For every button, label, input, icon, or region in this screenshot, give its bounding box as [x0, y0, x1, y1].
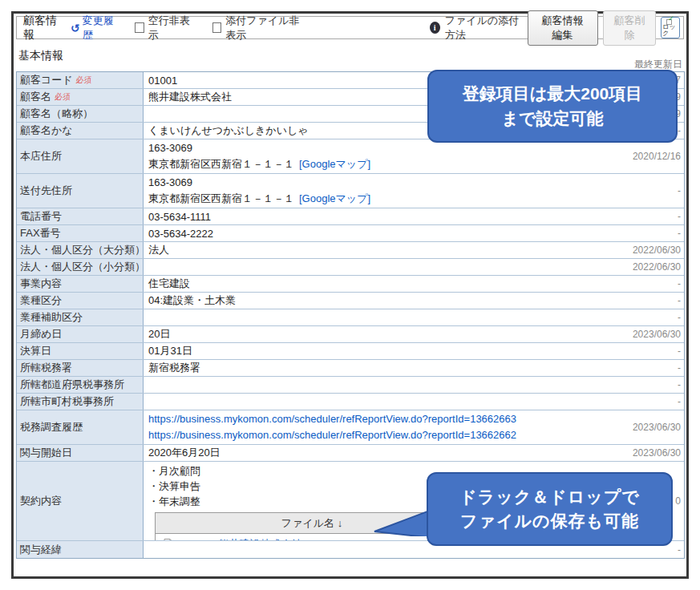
- hide-attachments-option[interactable]: 添付ファイル非表示: [212, 14, 308, 42]
- field-label: 所轄税務署: [17, 360, 144, 376]
- field-value: 03-5634-2222: [144, 225, 596, 241]
- field-value: [144, 394, 596, 410]
- file-attach-help-label: ファイルの添付方法: [445, 14, 528, 42]
- field-label: 電話番号: [17, 208, 144, 224]
- field-label: 決算日: [17, 343, 144, 359]
- screenshot-stage: 顧客情報 ↺ 変更履歴 空行非表示 添付ファイル非表示 i ファイルの添付方法 …: [0, 0, 700, 590]
- field-label: 顧客名 必須: [17, 89, 144, 105]
- table-row-fiscal-year-end: 決算日 01月31日 -: [17, 343, 684, 360]
- field-value: 04:建設業・土木業: [144, 293, 596, 309]
- table-row-municipal-tax-office: 所轄市町村税事務所 -: [17, 394, 684, 410]
- field-value: 新宿税務署: [144, 360, 596, 376]
- field-label: FAX番号: [17, 225, 144, 241]
- field-label: 月締め日: [17, 326, 144, 342]
- field-label: 契約内容: [17, 462, 144, 540]
- field-label: 送付先住所: [17, 174, 144, 208]
- hide-empty-rows-label: 空行非表示: [148, 14, 193, 42]
- field-value: 163-3069 東京都新宿区西新宿１－１－１ [Googleマップ]: [144, 139, 596, 173]
- google-map-link[interactable]: [Googleマップ]: [299, 156, 370, 172]
- address-text: 東京都新宿区西新宿１－１－１: [148, 156, 294, 172]
- field-updated: 2020/12/16: [596, 139, 684, 173]
- field-label: 事業内容: [17, 276, 144, 292]
- field-updated: -: [596, 225, 684, 241]
- field-value: 163-3069 東京都新宿区西新宿１－１－１ [Googleマップ]: [144, 174, 596, 208]
- contract-item: ・決算申告: [148, 479, 200, 494]
- address-text: 東京都新宿区西新宿１－１－１: [148, 191, 294, 207]
- field-updated: 2023/06/30: [596, 410, 684, 444]
- table-row-phone: 電話番号 03-5634-1111 -: [17, 208, 684, 225]
- field-updated: 2023/06/30: [596, 326, 684, 342]
- field-value: 住宅建設: [144, 276, 596, 292]
- delete-customer-button[interactable]: 顧客削除: [603, 10, 657, 46]
- postal-code: 163-3069: [148, 175, 192, 191]
- file-attach-help[interactable]: i ファイルの添付方法: [430, 14, 528, 42]
- section-title: 基本情報: [18, 49, 63, 63]
- lock-button-label: ロック: [662, 24, 678, 37]
- callout-max-items: 登録項目は最大200項目 まで設定可能: [427, 70, 678, 143]
- field-label: 顧客コード 必須: [17, 72, 144, 88]
- postal-code: 163-3069: [148, 140, 192, 156]
- field-label: 顧客名かな: [17, 123, 144, 139]
- field-label: 法人・個人区分（大分類）: [17, 242, 144, 258]
- field-label: 関与開始日: [17, 445, 144, 461]
- change-history-label: 変更履歴: [83, 14, 118, 42]
- table-row-business-description: 事業内容 住宅建設 -: [17, 276, 684, 293]
- field-label: 業種区分: [17, 293, 144, 309]
- report-url-link[interactable]: https://business.mykomon.com/scheduler/r…: [148, 411, 516, 427]
- field-value: 2020年6月20日: [144, 445, 596, 461]
- field-label: 所轄都道府県税事務所: [17, 377, 144, 393]
- field-label: 所轄市町村税事務所: [17, 394, 144, 410]
- hide-empty-rows-checkbox[interactable]: [135, 22, 144, 33]
- toolbar-buttons: 顧客情報編集 顧客削除 ✓ ロック: [528, 10, 680, 46]
- table-row-tax-audit-history: 税務調査履歴 https://business.mykomon.com/sche…: [17, 410, 684, 445]
- table-row-prefectural-tax-office: 所轄都道府県税事務所 -: [17, 377, 684, 394]
- field-updated: -: [596, 293, 684, 309]
- field-updated: -: [596, 360, 684, 376]
- required-badge: 必須: [76, 75, 92, 86]
- required-badge: 必須: [55, 91, 71, 103]
- hide-attachments-checkbox[interactable]: [212, 22, 222, 33]
- hide-empty-rows-option[interactable]: 空行非表示: [135, 14, 193, 42]
- pdf-file-icon: [164, 539, 173, 541]
- field-value: [144, 377, 596, 393]
- info-icon: i: [430, 22, 440, 34]
- field-value: https://business.mykomon.com/scheduler/r…: [144, 410, 596, 444]
- field-value: 法人: [144, 242, 596, 258]
- field-label: 顧客名（略称）: [17, 106, 144, 122]
- field-value: [144, 309, 596, 325]
- table-row-monthly-closing-day: 月締め日 20日 2023/06/30: [17, 326, 684, 343]
- report-url-link[interactable]: https://business.mykomon.com/scheduler/r…: [148, 427, 516, 443]
- field-updated: 2023/06/30: [596, 445, 684, 461]
- table-row-entity-type-major: 法人・個人区分（大分類） 法人 2022/06/30: [17, 242, 684, 259]
- table-row-fax: FAX番号 03-5634-2222 -: [17, 225, 684, 242]
- change-history-link[interactable]: ↺ 変更履歴: [71, 14, 117, 42]
- field-label: 関与経緯: [17, 541, 144, 558]
- attachment-file-link[interactable]: 202006_熊井建設株式会社.pdf: [178, 536, 319, 540]
- lock-button[interactable]: ✓ ロック: [661, 17, 680, 38]
- history-undo-icon: ↺: [71, 22, 80, 34]
- hide-attachments-label: 添付ファイル非表示: [225, 14, 307, 42]
- field-label: 法人・個人区分（小分類）: [17, 259, 144, 275]
- field-value: 20日: [144, 326, 596, 342]
- field-value: 03-5634-1111: [144, 208, 596, 224]
- section-bar: 基本情報 最終更新日: [16, 42, 684, 71]
- table-row-industry-category: 業種区分 04:建設業・土木業 -: [17, 293, 684, 309]
- field-value: [144, 259, 596, 275]
- field-updated: -: [596, 276, 684, 292]
- field-label: 本店住所: [17, 139, 144, 173]
- field-label: 税務調査履歴: [17, 410, 144, 444]
- field-updated: 2022/06/30: [596, 242, 684, 258]
- lock-check-icon: ✓: [666, 18, 674, 23]
- table-row-mailing-address: 送付先住所 163-3069 東京都新宿区西新宿１－１－１ [Googleマップ…: [17, 174, 684, 208]
- field-updated: -: [596, 394, 684, 410]
- field-updated: -: [596, 343, 684, 359]
- google-map-link[interactable]: [Googleマップ]: [299, 191, 370, 207]
- edit-customer-button[interactable]: 顧客情報編集: [528, 10, 598, 46]
- table-row-tax-office: 所轄税務署 新宿税務署 -: [17, 360, 684, 377]
- callout-drag-drop: ドラック＆ドロップで ファイルの保存も可能: [427, 472, 673, 546]
- toolbar: 顧客情報 ↺ 変更履歴 空行非表示 添付ファイル非表示 i ファイルの添付方法 …: [16, 16, 684, 39]
- field-updated: -: [596, 174, 684, 208]
- field-updated: -: [596, 309, 684, 325]
- field-updated: -: [596, 377, 684, 393]
- contract-item: ・月次顧問: [148, 463, 200, 479]
